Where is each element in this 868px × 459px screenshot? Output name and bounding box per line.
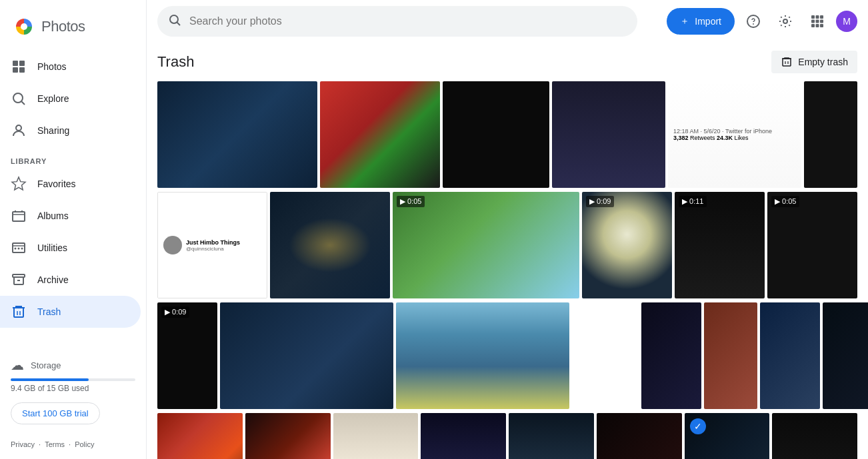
sidebar-item-sharing[interactable]: Sharing: [0, 115, 141, 147]
photo-row-2: Just Himbo Things @quinnscicluna: [157, 192, 857, 298]
svg-rect-14: [13, 274, 25, 277]
svg-rect-31: [820, 24, 823, 27]
storage-label: ☁ Storage: [11, 357, 135, 373]
trash-label: Trash: [37, 306, 61, 317]
photo-cell[interactable]: ▶ 0:05: [767, 192, 857, 298]
apps-button[interactable]: [804, 8, 831, 35]
help-button[interactable]: [740, 8, 767, 35]
photo-cell[interactable]: ▶ 0:09: [157, 302, 217, 409]
svg-point-8: [16, 125, 21, 131]
photo-cell[interactable]: [760, 302, 820, 409]
utilities-icon: [11, 240, 27, 256]
policy-link[interactable]: Policy: [75, 440, 94, 448]
favorites-icon: [11, 176, 27, 192]
svg-rect-27: [816, 20, 819, 23]
sharing-label: Sharing: [37, 125, 69, 136]
sidebar-item-favorites[interactable]: Favorites: [0, 168, 141, 200]
storage-bar-bg: [11, 378, 135, 381]
svg-point-6: [13, 93, 23, 103]
library-section-label: LIBRARY: [0, 147, 146, 168]
photo-cell[interactable]: ▶ 0:11: [675, 192, 765, 298]
sidebar-item-explore[interactable]: Explore: [0, 83, 141, 115]
photo-cell[interactable]: [421, 413, 506, 459]
svg-rect-23: [811, 15, 815, 19]
photo-cell-selected[interactable]: ✓: [685, 413, 770, 459]
logo[interactable]: Photos: [0, 5, 146, 51]
svg-line-19: [177, 22, 181, 25]
photo-cell[interactable]: Just Himbo Things @quinnscicluna: [157, 192, 267, 298]
privacy-link[interactable]: Privacy: [11, 440, 35, 448]
photo-row-1: 12:18 AM · 5/6/20 · Twitter for iPhone 3…: [157, 81, 857, 188]
import-label: Import: [695, 16, 721, 27]
photo-grid: 12:18 AM · 5/6/20 · Twitter for iPhone 3…: [157, 81, 857, 459]
photo-cell[interactable]: [220, 302, 393, 409]
photo-cell[interactable]: [157, 413, 243, 459]
sharing-icon: [11, 123, 27, 139]
header: ＋ Import M: [147, 0, 868, 43]
svg-rect-4: [13, 67, 18, 73]
utilities-label: Utilities: [37, 242, 67, 253]
empty-trash-button[interactable]: Empty trash: [771, 51, 857, 73]
photo-cell[interactable]: [333, 413, 419, 459]
svg-rect-3: [19, 61, 25, 66]
svg-rect-29: [811, 24, 815, 27]
trash-icon: [11, 304, 27, 320]
import-button[interactable]: ＋ Import: [667, 8, 735, 35]
main-content: ＋ Import M Trash Empty trash: [147, 0, 868, 459]
trash-header: Trash Empty trash: [157, 43, 857, 81]
sidebar-item-albums[interactable]: Albums: [0, 200, 141, 232]
photo-cell[interactable]: [396, 302, 569, 409]
albums-icon: [11, 208, 27, 224]
sidebar-item-trash[interactable]: Trash: [0, 296, 141, 328]
empty-trash-icon: [781, 56, 793, 68]
empty-trash-label: Empty trash: [798, 57, 848, 67]
svg-point-1: [21, 23, 27, 30]
terms-link[interactable]: Terms: [45, 440, 65, 448]
photo-cell[interactable]: [597, 413, 682, 459]
photo-cell[interactable]: [772, 413, 857, 459]
svg-point-22: [783, 19, 787, 23]
photo-cell[interactable]: [552, 81, 665, 188]
archive-label: Archive: [37, 274, 69, 285]
sidebar-item-archive[interactable]: Archive: [0, 264, 141, 296]
photo-cell[interactable]: [320, 81, 440, 188]
svg-rect-28: [820, 20, 823, 23]
sidebar-item-photos[interactable]: Photos: [0, 51, 141, 83]
explore-icon: [11, 91, 27, 107]
svg-rect-5: [19, 67, 25, 73]
content-area[interactable]: Trash Empty trash: [147, 43, 868, 459]
storage-title: Storage: [31, 360, 61, 370]
photo-cell[interactable]: [804, 81, 857, 188]
settings-button[interactable]: [772, 8, 799, 35]
photo-cell[interactable]: [443, 81, 549, 188]
header-actions: ＋ Import M: [667, 8, 857, 35]
cloud-icon: ☁: [11, 357, 24, 373]
photo-cell[interactable]: ▶ 0:09: [582, 192, 672, 298]
photo-cell[interactable]: [270, 192, 390, 298]
svg-point-11: [15, 248, 17, 250]
photo-cell[interactable]: [704, 302, 757, 409]
photo-cell[interactable]: [157, 81, 317, 188]
photo-cell[interactable]: [509, 413, 594, 459]
favorites-label: Favorites: [37, 179, 76, 189]
photo-cell[interactable]: [641, 302, 701, 409]
trash-page-title: Trash: [157, 53, 194, 71]
photo-cell[interactable]: [823, 302, 868, 409]
svg-rect-25: [820, 15, 823, 19]
svg-point-18: [170, 15, 178, 23]
photo-cell[interactable]: 12:18 AM · 5/6/20 · Twitter for iPhone 3…: [668, 81, 801, 188]
import-plus-icon: ＋: [680, 15, 689, 27]
search-icon: [168, 13, 181, 30]
sidebar-item-utilities[interactable]: Utilities: [0, 232, 141, 264]
sidebar: Photos Photos Explore Sharing LIBRARY Fa…: [0, 0, 147, 459]
user-avatar[interactable]: M: [836, 11, 857, 32]
svg-rect-24: [816, 15, 819, 19]
photo-cell[interactable]: [245, 413, 331, 459]
search-bar[interactable]: [157, 6, 637, 37]
search-input[interactable]: [189, 15, 627, 27]
google-logo-icon: [11, 13, 37, 40]
photo-cell[interactable]: ▶ 0:05: [393, 192, 579, 298]
photo-row-4: ✓: [157, 413, 857, 459]
svg-rect-9: [13, 212, 25, 221]
trial-button[interactable]: Start 100 GB trial: [11, 402, 100, 424]
